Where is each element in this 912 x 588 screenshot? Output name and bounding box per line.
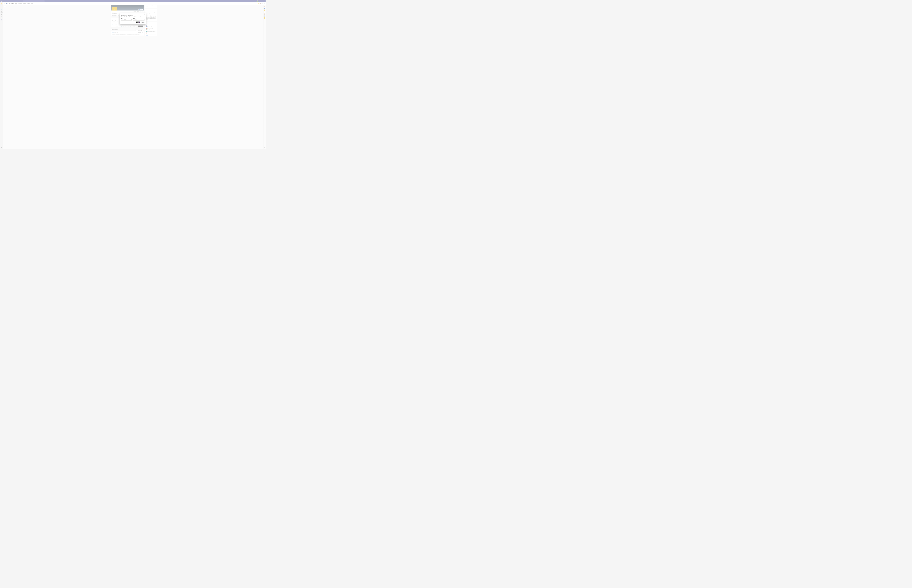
date-label: Date	[121, 18, 132, 19]
date-input[interactable]: Fri Aug 30 2023 🗓	[121, 19, 132, 21]
calendar-picker-icon[interactable]: 🗓	[131, 19, 132, 20]
cursor-highlight-icon	[139, 22, 140, 23]
cancel-button[interactable]: Cancel	[140, 21, 144, 23]
modal-subtitle: Select a date and time to publish your p…	[121, 16, 144, 17]
schedule-button[interactable]: Schedule	[136, 21, 140, 23]
schedule-modal: ✕ Schedule your post for later Select a …	[120, 13, 146, 24]
time-label: Time	[133, 18, 144, 19]
time-input[interactable]: 12:00 AM ▾	[133, 19, 144, 21]
close-icon[interactable]: ✕	[144, 14, 145, 15]
modal-title: Schedule your post for later	[121, 15, 144, 16]
